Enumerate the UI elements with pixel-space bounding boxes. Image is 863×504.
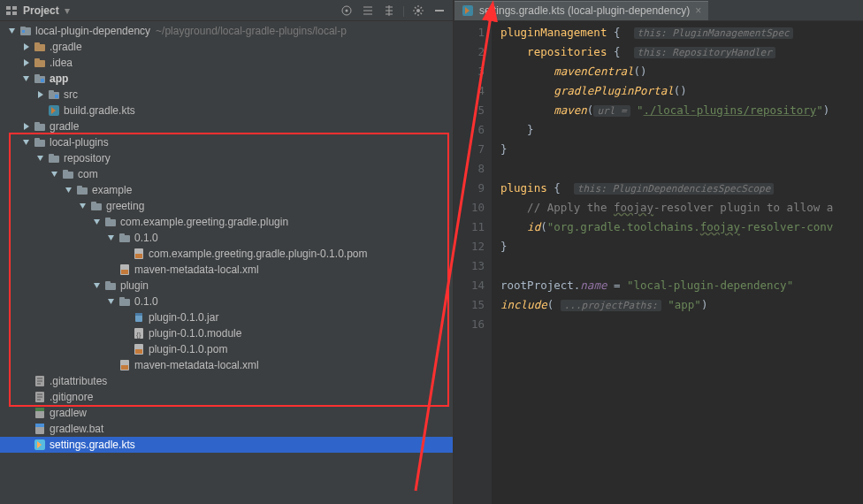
chevron-down-icon[interactable] — [78, 201, 88, 211]
folder-mod-icon — [48, 88, 60, 101]
chevron-right-icon[interactable] — [35, 89, 46, 100]
code-line[interactable]: } — [500, 140, 863, 159]
code-editor[interactable]: 12345678910111213141516 pluginManagement… — [454, 21, 863, 504]
line-number: 10 — [454, 198, 485, 218]
code-line[interactable] — [500, 159, 863, 179]
code-line[interactable]: maven(url = "./local-plugins/repository"… — [500, 101, 863, 120]
tree-row[interactable]: plugin — [0, 278, 453, 294]
code-line[interactable]: repositories { this: RepositoryHandler — [500, 42, 863, 62]
code-content[interactable]: pluginManagement { this: PluginManagemen… — [492, 21, 863, 504]
editor-tab[interactable]: settings.gradle.kts (local-plugin-depend… — [454, 1, 708, 20]
svg-rect-27 — [49, 154, 54, 157]
project-tree[interactable]: local-plugin-dependency~/playground/loca… — [0, 21, 453, 504]
code-line[interactable]: plugins { this: PluginDependenciesSpecSc… — [500, 179, 863, 198]
tree-row[interactable]: gradlew — [0, 405, 453, 421]
chevron-right-icon[interactable] — [21, 57, 32, 68]
tree-row[interactable]: plugin-0.1.0.jar — [0, 309, 453, 325]
tree-row[interactable]: settings.gradle.kts — [0, 437, 453, 453]
chevron-down-icon[interactable] — [106, 233, 117, 243]
expand-all-icon[interactable] — [360, 3, 376, 19]
tree-row[interactable]: plugin-0.1.0.pom — [0, 341, 453, 357]
code-line[interactable]: } — [500, 120, 863, 140]
tree-row[interactable]: gradlew.bat — [0, 421, 453, 437]
settings-icon[interactable] — [410, 3, 426, 19]
spacer — [120, 344, 131, 355]
tree-row[interactable]: maven-metadata-local.xml — [0, 357, 453, 373]
line-number: 8 — [454, 159, 485, 179]
chevron-down-icon[interactable] — [92, 217, 103, 227]
gutter: 12345678910111213141516 — [454, 21, 492, 504]
tree-row[interactable]: .idea — [0, 55, 453, 71]
tree-row[interactable]: .gradle — [0, 39, 453, 55]
code-line[interactable]: pluginManagement { this: PluginManagemen… — [500, 23, 863, 42]
tree-row[interactable]: com — [0, 166, 453, 182]
tree-row[interactable]: src — [0, 87, 453, 103]
line-number: 9 — [454, 179, 485, 198]
tree-row[interactable]: {}plugin-0.1.0.module — [0, 325, 453, 341]
svg-rect-33 — [91, 202, 96, 205]
tree-row[interactable]: local-plugin-dependency~/playground/loca… — [0, 23, 453, 39]
tree-row[interactable]: 0.1.0 — [0, 294, 453, 309]
tree-label: .gitattributes — [50, 375, 107, 387]
chevron-down-icon[interactable] — [21, 73, 32, 84]
tree-row[interactable]: 0.1.0 — [0, 230, 453, 246]
svg-rect-39 — [135, 254, 142, 258]
svg-rect-51 — [135, 349, 142, 354]
tree-row[interactable]: local-plugins — [0, 134, 453, 150]
chevron-down-icon[interactable] — [106, 296, 117, 307]
spacer — [21, 408, 32, 418]
tree-row[interactable]: com.example.greeting.gradle.plugin-0.1.0… — [0, 246, 453, 262]
code-line[interactable]: id("org.gradle.toolchains.foojay-resolve… — [500, 218, 863, 237]
tree-row[interactable]: com.example.greeting.gradle.plugin — [0, 214, 453, 230]
chevron-down-icon[interactable] — [35, 153, 46, 164]
chevron-down-icon[interactable] — [21, 137, 32, 148]
locate-icon[interactable] — [339, 3, 355, 19]
chevron-down-icon[interactable] — [64, 185, 74, 195]
tree-label: local-plugins — [50, 136, 109, 149]
tree-row[interactable]: .gitattributes — [0, 373, 453, 389]
code-line[interactable]: } — [500, 237, 863, 256]
project-tool-window: Project ▾ | local-plugin-dependency~/pla… — [0, 0, 454, 504]
svg-rect-14 — [34, 58, 40, 62]
code-line[interactable] — [500, 315, 863, 334]
code-line[interactable]: rootProject.name = "local-plugin-depende… — [500, 276, 863, 295]
chevron-right-icon[interactable] — [21, 42, 32, 52]
tree-row[interactable]: app — [0, 71, 453, 87]
project-icon — [5, 4, 18, 17]
chevron-down-icon[interactable] — [50, 169, 60, 179]
chevron-right-icon[interactable] — [21, 121, 32, 132]
code-line[interactable]: mavenCentral() — [500, 62, 863, 81]
tree-row[interactable]: example — [0, 182, 453, 198]
dropdown-icon[interactable]: ▾ — [65, 4, 70, 17]
close-tab-icon[interactable]: × — [695, 4, 701, 17]
tree-label: plugin — [120, 279, 149, 292]
chevron-down-icon[interactable] — [92, 280, 103, 291]
project-title[interactable]: Project — [23, 4, 59, 17]
tree-row[interactable]: .gitignore — [0, 389, 453, 405]
xml-icon — [133, 343, 145, 355]
tree-row[interactable]: gradle — [0, 118, 453, 134]
collapse-all-icon[interactable] — [381, 3, 397, 19]
tree-path: ~/playground/local-gradle-plugins/local-… — [156, 25, 347, 37]
code-line[interactable]: gradlePluginPortal() — [500, 81, 863, 101]
txt-icon — [34, 375, 46, 387]
tree-label: plugin-0.1.0.module — [149, 327, 241, 340]
tree-label: .idea — [50, 57, 73, 69]
xml-icon — [118, 359, 131, 371]
code-line[interactable]: // Apply the foojay-resolver plugin to a… — [500, 198, 863, 218]
hide-icon[interactable] — [432, 3, 447, 19]
tree-label: local-plugin-dependency — [35, 25, 150, 37]
tree-row[interactable]: repository — [0, 150, 453, 166]
chevron-down-icon[interactable] — [7, 26, 18, 36]
spacer — [21, 392, 32, 402]
code-line[interactable]: include( ...projectPaths: "app") — [500, 295, 863, 315]
tree-row[interactable]: maven-metadata-local.xml — [0, 262, 453, 278]
tree-row[interactable]: greeting — [0, 198, 453, 214]
code-line[interactable] — [500, 256, 863, 276]
folder-icon — [62, 168, 74, 180]
svg-rect-16 — [34, 74, 40, 78]
svg-rect-35 — [105, 218, 111, 221]
svg-point-6 — [416, 9, 420, 12]
tree-row[interactable]: build.gradle.kts — [0, 103, 453, 118]
line-number: 16 — [454, 315, 485, 334]
